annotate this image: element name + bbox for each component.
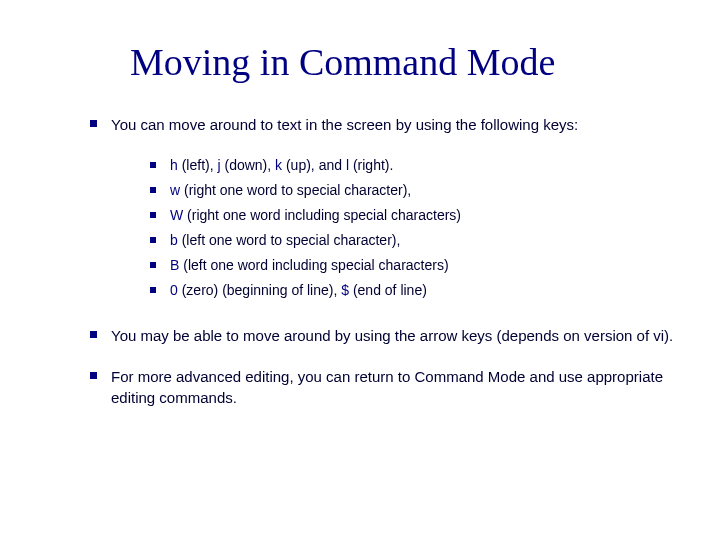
page-title: Moving in Command Mode	[130, 40, 680, 84]
list-item: w (right one word to special character),	[150, 180, 680, 201]
list-item: b (left one word to special character),	[150, 230, 680, 251]
list-item-text: W (right one word including special char…	[170, 205, 461, 226]
bullet-icon	[90, 120, 97, 127]
key-k: k	[275, 157, 282, 173]
list-item-text: h (left), j (down), k (up), and l (right…	[170, 155, 393, 176]
bullet-icon	[150, 287, 156, 293]
bullet-icon	[150, 262, 156, 268]
paragraph-text: For more advanced editing, you can retur…	[111, 366, 680, 408]
slide-container: Moving in Command Mode You can move arou…	[0, 0, 720, 448]
list-item: B (left one word including special chara…	[150, 255, 680, 276]
list-item-text: b (left one word to special character),	[170, 230, 400, 251]
key-W: W	[170, 207, 183, 223]
paragraph-3: For more advanced editing, you can retur…	[90, 366, 680, 408]
key-B: B	[170, 257, 179, 273]
bullet-icon	[90, 331, 97, 338]
paragraph-1: You can move around to text in the scree…	[90, 114, 680, 135]
paragraph-2: You may be able to move around by using …	[90, 325, 680, 346]
list-item-text: 0 (zero) (beginning of line), $ (end of …	[170, 280, 427, 301]
key-h: h	[170, 157, 178, 173]
list-item: W (right one word including special char…	[150, 205, 680, 226]
bullet-icon	[150, 162, 156, 168]
key-dollar: $	[341, 282, 349, 298]
bullet-icon	[150, 237, 156, 243]
sub-bullet-group: h (left), j (down), k (up), and l (right…	[40, 155, 680, 301]
key-b: b	[170, 232, 178, 248]
key-w: w	[170, 182, 180, 198]
list-item-text: w (right one word to special character),	[170, 180, 411, 201]
list-item-text: B (left one word including special chara…	[170, 255, 449, 276]
bullet-icon	[90, 372, 97, 379]
paragraph-text: You can move around to text in the scree…	[111, 114, 578, 135]
list-item: 0 (zero) (beginning of line), $ (end of …	[150, 280, 680, 301]
bullet-icon	[150, 212, 156, 218]
bullet-icon	[150, 187, 156, 193]
list-item: h (left), j (down), k (up), and l (right…	[150, 155, 680, 176]
paragraph-text: You may be able to move around by using …	[111, 325, 673, 346]
key-0: 0	[170, 282, 178, 298]
